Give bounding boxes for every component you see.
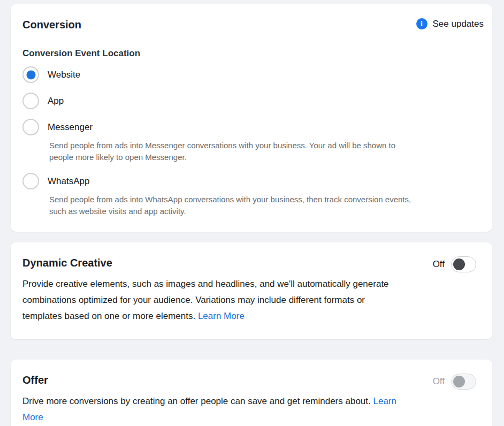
- conversion-title: Conversion: [22, 18, 81, 31]
- app-radio[interactable]: [22, 93, 39, 109]
- offer-title: Offer: [22, 374, 48, 386]
- toggle-knob: [453, 376, 465, 387]
- whatsapp-description: Send people from ads into WhatsApp conve…: [49, 194, 413, 217]
- conversion-card: Conversion i See updates Conversion Even…: [11, 4, 492, 232]
- settings-page: Conversion i See updates Conversion Even…: [0, 0, 504, 426]
- offer-description-text: Drive more conversions by creating an of…: [22, 396, 373, 406]
- dynamic-creative-title: Dynamic Creative: [22, 256, 112, 269]
- messenger-description: Send people from ads into Messenger conv…: [49, 140, 413, 163]
- whatsapp-radio-label[interactable]: WhatsApp: [48, 176, 89, 187]
- toggle-knob: [453, 258, 465, 270]
- messenger-radio-label[interactable]: Messenger: [48, 122, 93, 133]
- option-row-website[interactable]: Website: [22, 66, 484, 83]
- messenger-radio[interactable]: [22, 119, 39, 135]
- offer-toggle-label: Off: [433, 376, 445, 387]
- dynamic-creative-toggle-group: Off: [433, 256, 476, 272]
- dynamic-creative-header: Dynamic Creative Off: [22, 256, 484, 272]
- dynamic-creative-card: Dynamic Creative Off Provide creative el…: [11, 242, 492, 339]
- offer-card: Offer Off Drive more conversions by crea…: [11, 360, 492, 426]
- conversion-card-header: Conversion i See updates: [22, 18, 484, 31]
- conversion-event-location-heading: Conversion Event Location: [22, 48, 484, 59]
- option-row-messenger[interactable]: Messenger: [22, 119, 484, 135]
- offer-toggle: [451, 374, 476, 390]
- option-row-whatsapp[interactable]: WhatsApp: [22, 173, 484, 189]
- see-updates-button[interactable]: i See updates: [416, 18, 484, 29]
- dynamic-creative-toggle-label: Off: [433, 259, 445, 270]
- website-radio-label[interactable]: Website: [48, 70, 80, 80]
- website-radio[interactable]: [22, 66, 39, 83]
- dynamic-creative-description: Provide creative elements, such as image…: [22, 276, 400, 324]
- app-radio-label[interactable]: App: [48, 96, 64, 107]
- offer-description: Drive more conversions by creating an of…: [22, 393, 400, 425]
- option-row-app[interactable]: App: [22, 93, 484, 109]
- whatsapp-radio[interactable]: [22, 173, 39, 189]
- see-updates-label[interactable]: See updates: [433, 19, 484, 29]
- offer-header: Offer Off: [22, 374, 484, 390]
- info-icon[interactable]: i: [416, 18, 427, 29]
- dynamic-creative-learn-more-link[interactable]: Learn More: [198, 311, 245, 321]
- offer-toggle-group: Off: [433, 374, 476, 390]
- dynamic-creative-toggle[interactable]: [451, 256, 476, 272]
